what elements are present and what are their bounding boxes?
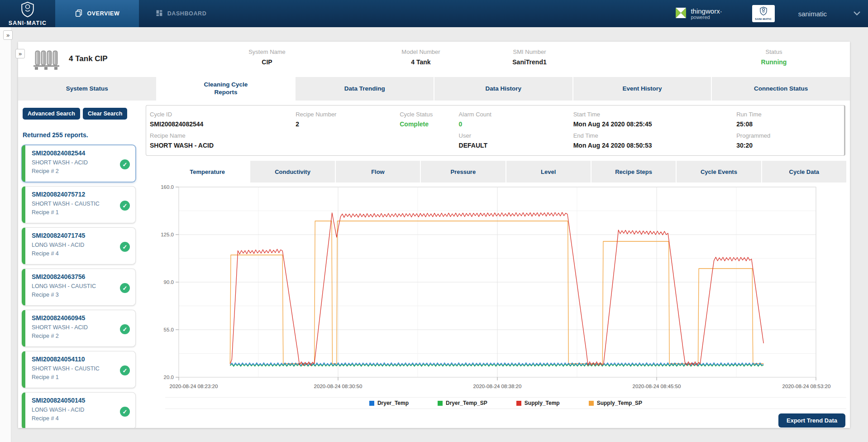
report-name: SHORT WASH - CAUSTIC xyxy=(32,200,129,208)
x-tick-label: 2020-08-24 08:45:50 xyxy=(633,384,681,389)
cycle-field-programmed: Programmed30:20 xyxy=(736,132,844,154)
chart-tab-recipe-steps[interactable]: Recipe Steps xyxy=(591,161,676,183)
legend-item-supply-temp[interactable]: Supply_Temp xyxy=(516,400,560,406)
chart-tab-label: Temperature xyxy=(190,168,225,175)
field-label: Cycle ID xyxy=(150,111,296,118)
tab-data-history[interactable]: Data History xyxy=(434,77,572,101)
field-value: 25:08 xyxy=(736,120,844,128)
tab-event-history[interactable]: Event History xyxy=(573,77,711,101)
report-recipe: Recipe # 1 xyxy=(32,208,129,217)
tab-cleaning-cycle-reports[interactable]: Cleaning Cycle Reports xyxy=(157,77,295,101)
y-tick-label: 55.0 xyxy=(164,327,174,332)
field-value: SaniTrend1 xyxy=(475,58,584,66)
report-id: SMI200824071745 xyxy=(32,232,129,239)
field-value: 4 Tank xyxy=(367,58,475,66)
report-name: SHORT WASH - ACID xyxy=(32,323,129,332)
axis-ticks xyxy=(176,187,816,380)
report-name: SHORT WASH - CAUSTIC xyxy=(32,365,129,373)
expand-panel-button[interactable]: » xyxy=(3,30,13,40)
legend-label: Dryer_Temp xyxy=(377,400,409,406)
report-card[interactable]: SMI200824071745LONG WASH - ACIDRecipe # … xyxy=(22,227,136,264)
legend-swatch xyxy=(438,401,443,406)
header-field-system-name: System NameCIP xyxy=(213,48,321,66)
chart-tab-bar: TemperatureConductivityFlowPressureLevel… xyxy=(165,161,846,183)
field-label: System Name xyxy=(213,48,321,55)
series-line-supply_temp_sp xyxy=(230,221,763,364)
x-tick-label: 2020-08-24 08:53:20 xyxy=(782,384,831,389)
user-name: sanimatic xyxy=(798,10,827,18)
series-line-supply_temp xyxy=(230,212,763,365)
chevron-down-icon[interactable] xyxy=(853,10,861,18)
tab-data-trending[interactable]: Data Trending xyxy=(296,77,434,101)
nav-tab-overview[interactable]: OVERVIEW xyxy=(55,0,139,27)
chart-tab-temperature[interactable]: Temperature xyxy=(165,161,249,183)
report-id: SMI200824075712 xyxy=(32,191,129,198)
field-value: Mon Aug 24 2020 08:50:53 xyxy=(573,142,736,149)
chart-tab-label: Recipe Steps xyxy=(615,168,652,175)
user-menu[interactable]: sanimatic xyxy=(798,10,861,18)
trend-section: TemperatureConductivityFlowPressureLevel… xyxy=(154,161,846,428)
report-card[interactable]: SMI200824063756LONG WASH - CAUSTICRecipe… xyxy=(22,269,136,306)
legend-label: Supply_Temp xyxy=(525,400,560,406)
chart-tab-label: Cycle Data xyxy=(789,168,819,175)
nav-tabs: OVERVIEWDASHBOARD xyxy=(55,0,223,27)
chart-tab-flow[interactable]: Flow xyxy=(336,161,420,183)
export-trend-data-button[interactable]: Export Trend Data xyxy=(778,413,845,428)
chart-tab-cycle-data[interactable]: Cycle Data xyxy=(762,161,846,183)
y-tick-label: 125.0 xyxy=(161,232,174,237)
nav-tab-dashboard[interactable]: DASHBOARD xyxy=(139,0,223,27)
tab-label: Data Trending xyxy=(344,85,385,93)
report-card[interactable]: SMI200824075712SHORT WASH - CAUSTICRecip… xyxy=(22,186,136,223)
system-header: 4 Tank CIP System NameCIPModel Number4 T… xyxy=(18,42,850,77)
cycle-field-cycle-id: Cycle IDSMI200824082544 xyxy=(150,111,296,132)
badge-label: SANI·MATIC xyxy=(755,18,772,20)
report-name: LONG WASH - CAUSTIC xyxy=(32,282,129,291)
status-check-icon: ✓ xyxy=(120,324,130,334)
clear-search-button[interactable]: Clear Search xyxy=(83,108,127,120)
legend-swatch xyxy=(516,401,521,406)
report-recipe: Recipe # 2 xyxy=(32,167,129,176)
report-recipe: Recipe # 2 xyxy=(32,332,129,341)
header-field-smi-number: SMI NumberSaniTrend1 xyxy=(475,48,584,66)
y-tick-label: 160.0 xyxy=(161,184,174,190)
status-check-icon: ✓ xyxy=(120,242,130,252)
status-check-icon: ✓ xyxy=(120,407,130,417)
legend-item-dryer-temp-sp[interactable]: Dryer_Temp_SP xyxy=(438,400,487,406)
chart-tab-conductivity[interactable]: Conductivity xyxy=(250,161,334,183)
chart-tab-pressure[interactable]: Pressure xyxy=(421,161,505,183)
field-value: 0 xyxy=(459,120,573,128)
chart-tab-label: Pressure xyxy=(450,168,476,175)
status-check-icon: ✓ xyxy=(120,201,130,211)
field-value: Mon Aug 24 2020 08:25:45 xyxy=(573,120,736,128)
brand-name: SANI·MATIC xyxy=(9,20,47,26)
header-field-model-number: Model Number4 Tank xyxy=(367,48,475,66)
field-label: Alarm Count xyxy=(459,111,573,118)
advanced-search-button[interactable]: Advanced Search xyxy=(23,108,80,120)
export-row: Export Trend Data xyxy=(154,409,846,428)
tab-label: System Status xyxy=(66,85,108,93)
report-id: SMI200824063756 xyxy=(32,273,129,280)
cycle-field-cycle-status: Cycle StatusComplete xyxy=(400,111,458,132)
chart-tab-level[interactable]: Level xyxy=(506,161,591,183)
thingworx-name: thingworx· xyxy=(691,8,722,14)
field-label: Programmed xyxy=(736,132,844,139)
field-label: Status xyxy=(720,48,828,55)
x-tick-label: 2020-08-24 08:23:20 xyxy=(170,384,218,389)
report-card[interactable]: SMI200824050145LONG WASH - ACIDRecipe # … xyxy=(22,392,136,428)
tab-connection-status[interactable]: Connection Status xyxy=(712,77,850,101)
legend-item-dryer-temp[interactable]: Dryer_Temp xyxy=(369,400,409,406)
expand-card-button[interactable]: » xyxy=(15,49,25,58)
report-card[interactable]: SMI200824054110SHORT WASH - CAUSTICRecip… xyxy=(22,351,136,388)
tab-system-status[interactable]: System Status xyxy=(18,77,156,101)
report-card[interactable]: SMI200824082544SHORT WASH - ACIDRecipe #… xyxy=(22,145,136,182)
legend-item-supply-temp-sp[interactable]: Supply_Temp_SP xyxy=(589,400,642,406)
chart-tab-cycle-events[interactable]: Cycle Events xyxy=(677,161,761,183)
tab-label: Cleaning Cycle Reports xyxy=(194,81,258,96)
field-label: Cycle Status xyxy=(400,111,458,118)
report-id: SMI200824050145 xyxy=(32,397,129,404)
thingworx-logo: thingworx· powered xyxy=(675,7,722,20)
report-card[interactable]: SMI200824060945SHORT WASH - ACIDRecipe #… xyxy=(22,310,136,347)
field-value: DEFAULT xyxy=(459,142,573,149)
chart-tab-label: Cycle Events xyxy=(701,168,737,175)
main-tab-bar: System StatusCleaning Cycle ReportsData … xyxy=(18,77,850,101)
